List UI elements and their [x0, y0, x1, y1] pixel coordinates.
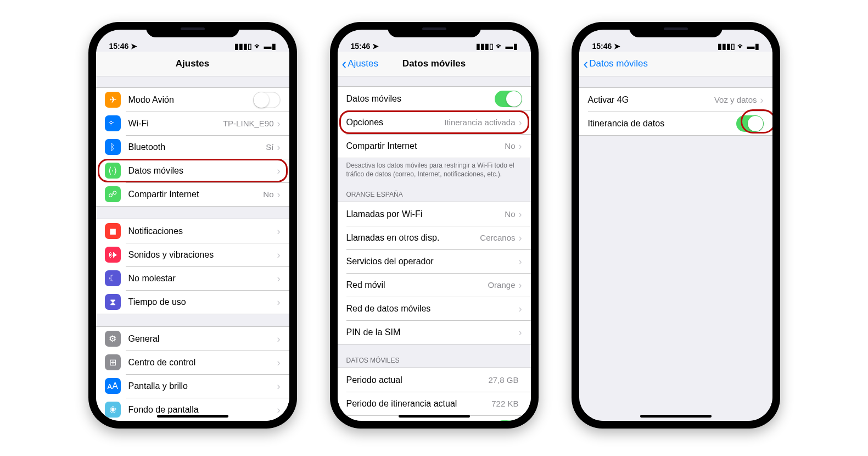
airplane-icon: ✈ [105, 92, 121, 108]
notch [146, 22, 239, 37]
settings-row[interactable]: ⧗Tiempo de uso› [96, 290, 289, 314]
app-icon: ❋ [346, 420, 363, 421]
chevron-right-icon: › [519, 327, 522, 337]
toggle-switch[interactable] [495, 420, 522, 421]
settings-row[interactable]: Red de datos móviles› [338, 297, 531, 320]
home-indicator[interactable] [399, 415, 470, 418]
row-label: Llamadas por Wi-Fi [346, 209, 505, 219]
settings-row[interactable]: ◼Notificaciones› [96, 219, 289, 243]
page-title: Ajustes [176, 58, 209, 69]
row-detail: Voz y datos [714, 95, 757, 104]
controlcenter-icon: ⊞ [105, 354, 121, 370]
row-label: Wi-Fi [128, 119, 223, 129]
display-icon: ᴀA [105, 378, 121, 394]
back-label: Datos móviles [589, 58, 648, 69]
content[interactable]: ✈Modo AviónᯤWi-FiTP-LINK_E90›ᛒBluetoothS… [96, 76, 289, 421]
status-time: 15:46 [351, 42, 371, 51]
chevron-right-icon: › [277, 381, 281, 391]
chevron-right-icon: › [519, 257, 522, 266]
chevron-right-icon: › [277, 166, 281, 176]
row-detail: No [505, 141, 515, 151]
settings-row[interactable]: ⊞Centro de control› [96, 351, 289, 374]
home-indicator[interactable] [157, 415, 228, 418]
sounds-icon: 🕪 [105, 247, 121, 263]
settings-row[interactable]: ⟨·⟩Datos móviles› [96, 159, 289, 182]
toggle-switch[interactable] [495, 91, 522, 107]
settings-row[interactable]: ᯤWi-FiTP-LINK_E90› [96, 112, 289, 135]
content[interactable]: Datos móvilesOpcionesItinerancia activad… [338, 76, 531, 421]
location-icon: ➤ [614, 42, 620, 51]
section-header: DATOS MÓVILES [338, 357, 531, 368]
row-detail: TP-LINK_E90 [223, 119, 274, 128]
dnd-icon: ☾ [105, 270, 121, 286]
settings-row[interactable]: 🕪Sonidos y vibraciones› [96, 243, 289, 266]
signal-icon: ▮▮▮▯ [234, 42, 252, 51]
toggle-switch[interactable] [736, 115, 764, 132]
settings-row[interactable]: ☾No molestar› [96, 266, 289, 290]
general-icon: ⚙ [105, 331, 121, 347]
content[interactable]: Activar 4GVoz y datos›Itinerancia de dat… [579, 76, 772, 421]
row-detail: Sí [266, 142, 273, 152]
row-label: Llamadas en otros disp. [346, 233, 480, 243]
settings-row[interactable]: Servicios del operador› [338, 249, 531, 273]
notch [629, 22, 723, 37]
row-label: Red móvil [346, 280, 488, 290]
settings-row[interactable]: Llamadas por Wi-FiNo› [338, 202, 531, 226]
screen-options: 15:46➤ ▮▮▮▯ ᯤ ▬▮ ‹ Datos móviles Activar… [579, 30, 772, 421]
chevron-right-icon: › [519, 118, 522, 127]
location-icon: ➤ [131, 42, 137, 51]
settings-row[interactable]: ⚙General› [96, 327, 289, 351]
row-label: PIN de la SIM [346, 327, 519, 337]
back-button[interactable]: ‹ Ajustes [342, 57, 378, 71]
phone-2: 15:46➤ ▮▮▮▯ ᯤ ▬▮ ‹ Ajustes Datos móviles… [330, 22, 539, 429]
row-detail: No [263, 190, 273, 199]
settings-row[interactable]: Activar 4GVoz y datos› [579, 88, 772, 112]
screen-cellular: 15:46➤ ▮▮▮▯ ᯤ ▬▮ ‹ Ajustes Datos móviles… [338, 30, 531, 421]
notch [388, 22, 481, 37]
chevron-right-icon: › [519, 304, 522, 314]
nav-bar: ‹ Datos móviles [579, 52, 772, 76]
location-icon: ➤ [372, 42, 379, 51]
row-label: No molestar [128, 274, 277, 283]
chevron-right-icon: › [519, 280, 522, 290]
nav-bar: Ajustes [96, 52, 289, 76]
row-label: Activar 4G [588, 95, 714, 105]
chevron-right-icon: › [277, 190, 281, 199]
row-label: Modo Avión [128, 95, 253, 105]
wifi-status-icon: ᯤ [737, 42, 745, 51]
settings-row[interactable]: ✈Modo Avión [96, 88, 289, 112]
toggle-switch[interactable] [253, 92, 281, 108]
battery-icon: ▬▮ [747, 42, 759, 51]
wifi-icon: ᯤ [105, 115, 121, 131]
chevron-right-icon: › [277, 226, 281, 236]
settings-row[interactable]: Itinerancia de datos [579, 112, 772, 135]
back-button[interactable]: ‹ Datos móviles [584, 57, 648, 71]
settings-row[interactable]: ☍Compartir InternetNo› [96, 182, 289, 206]
row-label: Centro de control [128, 358, 277, 368]
status-time: 15:46 [592, 42, 612, 51]
app-name: Fotos [370, 420, 495, 421]
chevron-left-icon: ‹ [342, 57, 347, 71]
page-title: Datos móviles [402, 58, 466, 69]
settings-row[interactable]: OpcionesItinerancia activada› [338, 110, 531, 134]
chevron-right-icon: › [519, 141, 522, 151]
settings-row[interactable]: PIN de la SIM› [338, 320, 531, 344]
row-label: Pantalla y brillo [128, 381, 277, 391]
signal-icon: ▮▮▮▯ [476, 42, 494, 51]
row-label: Bluetooth [128, 142, 266, 152]
home-indicator[interactable] [640, 415, 712, 418]
settings-row[interactable]: Datos móviles [338, 87, 531, 110]
settings-row[interactable]: Compartir InternetNo› [338, 134, 531, 158]
section-footer: Desactiva los datos móviles para restrin… [338, 158, 531, 179]
settings-row[interactable]: ᛒBluetoothSí› [96, 135, 289, 159]
settings-row[interactable]: Red móvilOrange› [338, 273, 531, 297]
row-label: Compartir Internet [346, 141, 505, 151]
settings-row[interactable]: ᴀAPantalla y brillo› [96, 374, 289, 398]
settings-row[interactable]: Llamadas en otros disp.Cercanos› [338, 226, 531, 249]
notifications-icon: ◼ [105, 223, 121, 239]
row-label: Sonidos y vibraciones [128, 250, 277, 260]
wifi-status-icon: ᯤ [254, 42, 262, 51]
row-detail: Orange [488, 280, 515, 290]
row-label: Tiempo de uso [128, 297, 277, 307]
section-header: ORANGE ESPAÑA [338, 191, 531, 202]
